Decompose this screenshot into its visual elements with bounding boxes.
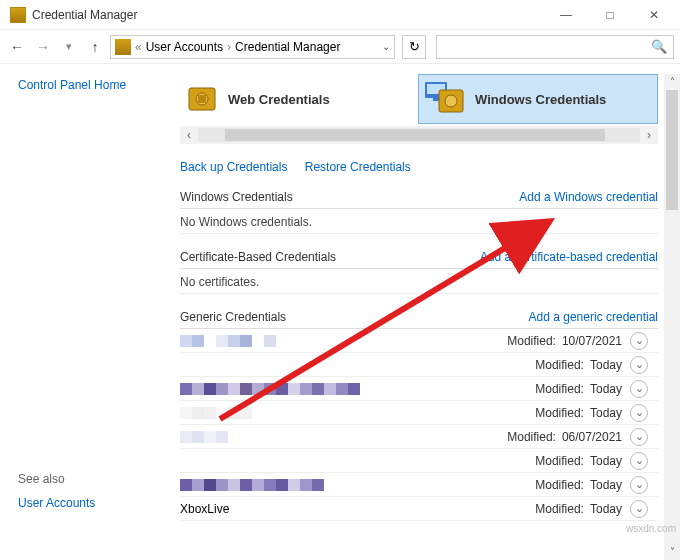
credential-row[interactable]: Modified:Today⌄: [180, 449, 658, 473]
add-windows-credential-link[interactable]: Add a Windows credential: [519, 190, 658, 204]
certificate-credentials-title: Certificate-Based Credentials: [180, 250, 336, 264]
add-certificate-credential-link[interactable]: Add a certificate-based credential: [480, 250, 658, 264]
close-button[interactable]: ✕: [632, 0, 676, 30]
scroll-up-button[interactable]: ˄: [664, 74, 680, 90]
back-button[interactable]: ←: [6, 36, 28, 58]
search-icon: 🔍: [651, 39, 667, 54]
scroll-right-button[interactable]: ›: [640, 128, 658, 142]
modified-label: Modified:Today: [535, 502, 622, 516]
credential-name: [180, 479, 324, 491]
action-links: Back up Credentials Restore Credentials: [180, 160, 658, 174]
credential-name: XboxLive: [180, 502, 229, 516]
svg-rect-5: [433, 98, 439, 101]
generic-credentials-title: Generic Credentials: [180, 310, 286, 324]
modified-label: Modified:Today: [535, 478, 622, 492]
safe-icon: [186, 82, 220, 116]
modified-label: Modified:06/07/2021: [507, 430, 622, 444]
chevron-down-icon[interactable]: ⌄: [630, 356, 648, 374]
credential-row[interactable]: Modified:06/07/2021⌄: [180, 425, 658, 449]
chevron-down-icon[interactable]: ⌄: [630, 332, 648, 350]
svg-rect-2: [198, 95, 206, 103]
search-input[interactable]: 🔍: [436, 35, 674, 59]
breadcrumb-sep: ›: [227, 40, 231, 54]
vscroll-track[interactable]: [664, 90, 680, 544]
breadcrumb[interactable]: « User Accounts › Credential Manager ⌄: [110, 35, 395, 59]
refresh-button[interactable]: ↻: [402, 35, 426, 59]
breadcrumb-dropdown[interactable]: ⌄: [382, 41, 390, 52]
breadcrumb-item-user-accounts[interactable]: User Accounts: [146, 40, 223, 54]
user-accounts-link[interactable]: User Accounts: [18, 496, 172, 510]
add-generic-credential-link[interactable]: Add a generic credential: [529, 310, 658, 324]
credential-row[interactable]: Modified:Today⌄: [180, 377, 658, 401]
tab-web-credentials[interactable]: Web Credentials: [180, 74, 418, 124]
tab-windows-credentials[interactable]: Windows Credentials: [418, 74, 658, 124]
credential-row[interactable]: Modified:Today⌄: [180, 473, 658, 497]
app-icon: [10, 7, 26, 23]
window-title: Credential Manager: [32, 8, 544, 22]
chevron-down-icon[interactable]: ⌄: [630, 476, 648, 494]
window-controls: — □ ✕: [544, 0, 676, 30]
breadcrumb-overflow[interactable]: «: [135, 40, 142, 54]
certificate-credentials-body: No certificates.: [180, 269, 658, 294]
main-content: Web Credentials Windows Credentials ‹ › …: [180, 64, 680, 560]
modified-label: Modified:Today: [535, 358, 622, 372]
modified-label: Modified:10/07/2021: [507, 334, 622, 348]
chevron-down-icon[interactable]: ⌄: [630, 500, 648, 518]
sidebar: Control Panel Home See also User Account…: [0, 64, 180, 560]
credential-name: [180, 383, 360, 395]
breadcrumb-icon: [115, 39, 131, 55]
scroll-thumb[interactable]: [225, 129, 605, 141]
tab-web-label: Web Credentials: [228, 92, 330, 107]
up-button[interactable]: ↑: [84, 36, 106, 58]
credential-row[interactable]: Modified:Today⌄: [180, 401, 658, 425]
restore-credentials-link[interactable]: Restore Credentials: [305, 160, 411, 174]
maximize-button[interactable]: □: [588, 0, 632, 30]
credential-name: [180, 431, 228, 443]
credential-row[interactable]: XboxLiveModified:Today⌄: [180, 497, 658, 521]
forward-button[interactable]: →: [32, 36, 54, 58]
scroll-down-button[interactable]: ˅: [664, 544, 680, 560]
chevron-down-icon[interactable]: ⌄: [630, 452, 648, 470]
credential-name: [180, 335, 276, 347]
title-bar: Credential Manager — □ ✕: [0, 0, 680, 30]
chevron-down-icon[interactable]: ⌄: [630, 428, 648, 446]
tab-windows-label: Windows Credentials: [475, 92, 606, 107]
credential-row[interactable]: Modified:Today⌄: [180, 353, 658, 377]
control-panel-home-link[interactable]: Control Panel Home: [18, 78, 172, 92]
scroll-left-button[interactable]: ‹: [180, 128, 198, 142]
chevron-down-icon[interactable]: ⌄: [630, 404, 648, 422]
modified-label: Modified:Today: [535, 406, 622, 420]
modified-label: Modified:Today: [535, 454, 622, 468]
windows-credentials-body: No Windows credentials.: [180, 209, 658, 234]
vscroll-thumb[interactable]: [666, 90, 678, 210]
horizontal-scrollbar[interactable]: ‹ ›: [180, 126, 658, 144]
generic-credentials-header: Generic Credentials Add a generic creden…: [180, 304, 658, 329]
vertical-scrollbar[interactable]: ˄ ˅: [664, 74, 680, 560]
nav-bar: ← → ▾ ↑ « User Accounts › Credential Man…: [0, 30, 680, 64]
chevron-down-icon[interactable]: ⌄: [630, 380, 648, 398]
backup-credentials-link[interactable]: Back up Credentials: [180, 160, 287, 174]
minimize-button[interactable]: —: [544, 0, 588, 30]
certificate-credentials-header: Certificate-Based Credentials Add a cert…: [180, 244, 658, 269]
credential-type-tabs: Web Credentials Windows Credentials: [180, 74, 658, 124]
windows-credentials-title: Windows Credentials: [180, 190, 293, 204]
breadcrumb-item-credential-manager[interactable]: Credential Manager: [235, 40, 340, 54]
generic-credentials-list: Modified:10/07/2021⌄Modified:Today⌄Modif…: [180, 329, 658, 521]
recent-locations-button[interactable]: ▾: [58, 36, 80, 58]
credential-row[interactable]: Modified:10/07/2021⌄: [180, 329, 658, 353]
windows-credentials-header: Windows Credentials Add a Windows creden…: [180, 184, 658, 209]
watermark: wsxdn.com: [626, 523, 676, 534]
credential-name: [180, 407, 252, 419]
see-also-label: See also: [18, 472, 172, 486]
svg-point-7: [445, 95, 457, 107]
modified-label: Modified:Today: [535, 382, 622, 396]
safe-monitor-icon: [425, 82, 467, 116]
scroll-track[interactable]: [198, 128, 640, 142]
